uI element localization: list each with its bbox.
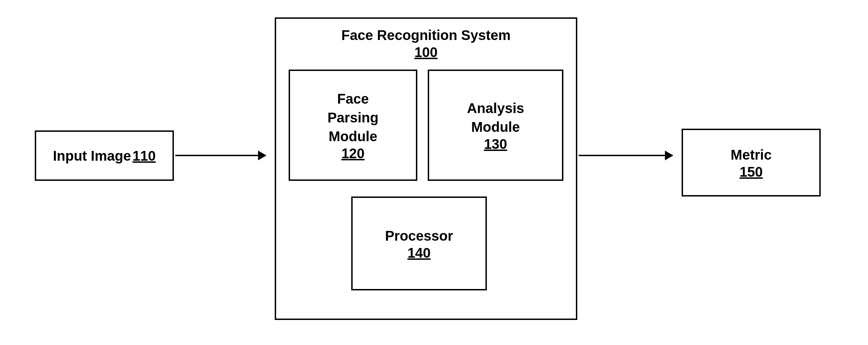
- input-image-label: Input Image: [53, 148, 131, 163]
- metric-label: Metric: [731, 145, 772, 164]
- input-image-number: 110: [132, 148, 156, 163]
- system-number: 100: [276, 45, 576, 60]
- metric-number: 150: [740, 164, 763, 180]
- processor-box: Processor 140: [351, 196, 487, 290]
- analysis-label: Analysis Module: [467, 99, 524, 136]
- processor-number: 140: [408, 245, 431, 261]
- system-title-area: Face Recognition System 100: [276, 26, 576, 60]
- face-parsing-label: Face Parsing Module: [328, 89, 379, 146]
- arrow-system-to-output: [579, 155, 673, 156]
- metric-box: Metric 150: [682, 129, 821, 196]
- input-image-box: Input Image 110: [35, 130, 174, 181]
- face-parsing-module-box: Face Parsing Module 120: [289, 70, 417, 181]
- analysis-number: 130: [484, 136, 507, 152]
- face-parsing-number: 120: [341, 146, 365, 161]
- arrow-input-to-system: [175, 155, 266, 156]
- analysis-module-box: Analysis Module 130: [428, 70, 563, 181]
- processor-label: Processor: [385, 226, 453, 245]
- system-title: Face Recognition System: [276, 26, 576, 45]
